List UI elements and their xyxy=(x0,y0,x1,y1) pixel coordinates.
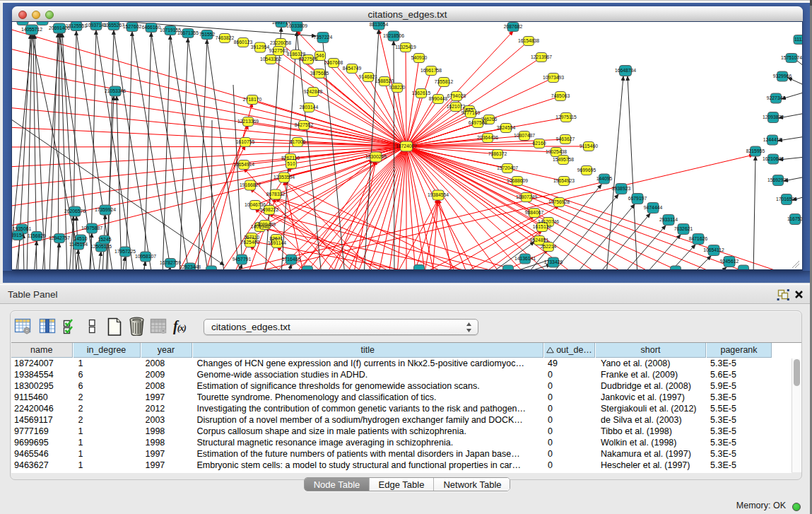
svg-text:1112: 1112 xyxy=(794,37,802,42)
svg-text:14136141: 14136141 xyxy=(514,256,536,261)
svg-text:15692971: 15692971 xyxy=(767,177,789,182)
svg-text:9474444: 9474444 xyxy=(644,205,663,210)
svg-text:16033809: 16033809 xyxy=(286,23,307,28)
svg-text:39154: 39154 xyxy=(12,233,25,238)
svg-text:1691144: 1691144 xyxy=(268,240,286,245)
svg-text:510: 510 xyxy=(287,161,295,166)
svg-text:20364436: 20364436 xyxy=(477,135,498,140)
svg-text:1621072: 1621072 xyxy=(447,104,466,109)
svg-text:8813054: 8813054 xyxy=(370,22,389,27)
svg-text:16648784: 16648784 xyxy=(615,68,636,73)
svg-text:14120746: 14120746 xyxy=(538,219,559,224)
svg-text:11325419: 11325419 xyxy=(395,45,416,49)
svg-text:6679197: 6679197 xyxy=(628,196,647,201)
svg-text:10688609: 10688609 xyxy=(507,178,528,183)
svg-text:9242848: 9242848 xyxy=(304,89,323,94)
svg-text:15495758: 15495758 xyxy=(553,157,574,162)
svg-text:9884067: 9884067 xyxy=(525,210,544,215)
svg-text:8215955: 8215955 xyxy=(746,148,765,153)
svg-text:3875685: 3875685 xyxy=(310,71,329,76)
svg-text:10543362: 10543362 xyxy=(260,57,281,62)
svg-text:12975115: 12975115 xyxy=(555,115,577,119)
svg-text:15720407: 15720407 xyxy=(497,165,518,170)
svg-text:17016504: 17016504 xyxy=(776,197,797,201)
svg-text:10958107: 10958107 xyxy=(135,254,156,259)
svg-text:1615132: 1615132 xyxy=(533,224,552,229)
svg-text:7485063: 7485063 xyxy=(551,93,570,98)
svg-text:17957225: 17957225 xyxy=(114,249,136,254)
svg-text:7357224: 7357224 xyxy=(314,35,333,40)
svg-text:9463627: 9463627 xyxy=(556,136,575,141)
svg-text:540910: 540910 xyxy=(411,55,428,60)
svg-text:9457791: 9457791 xyxy=(233,257,252,262)
svg-text:6466160: 6466160 xyxy=(142,25,161,30)
svg-text:3824554: 3824554 xyxy=(497,125,516,130)
svg-text:9327505: 9327505 xyxy=(299,57,318,62)
svg-text:9777169: 9777169 xyxy=(461,110,481,115)
svg-text:7386372: 7386372 xyxy=(488,151,507,156)
svg-text:12213369: 12213369 xyxy=(237,119,259,124)
svg-text:12505135: 12505135 xyxy=(90,244,112,249)
svg-text:16210643: 16210643 xyxy=(763,156,784,161)
svg-text:8454749: 8454749 xyxy=(343,66,362,71)
svg-text:5716485: 5716485 xyxy=(282,257,301,262)
svg-text:7625402: 7625402 xyxy=(241,240,260,245)
svg-text:12353594: 12353594 xyxy=(273,175,295,180)
svg-text:7632621: 7632621 xyxy=(674,226,693,231)
svg-text:8938923: 8938923 xyxy=(612,186,631,191)
svg-text:12942757: 12942757 xyxy=(49,235,70,240)
svg-text:1733426: 1733426 xyxy=(544,259,563,264)
svg-text:26206576: 26206576 xyxy=(64,209,86,214)
svg-text:6497568: 6497568 xyxy=(469,120,488,125)
svg-text:9245612: 9245612 xyxy=(720,259,739,264)
svg-text:16961758: 16961758 xyxy=(420,68,442,73)
svg-text:9699695: 9699695 xyxy=(577,168,596,173)
svg-text:14099489: 14099489 xyxy=(254,222,276,227)
svg-text:9329966: 9329966 xyxy=(773,74,792,78)
svg-text:2718170: 2718170 xyxy=(243,97,262,102)
svg-text:17359924: 17359924 xyxy=(95,207,116,212)
svg-text:2367608: 2367608 xyxy=(324,60,343,65)
svg-text:9524851: 9524851 xyxy=(530,238,549,243)
svg-text:2933114: 2933114 xyxy=(659,217,678,222)
svg-text:10973493: 10973493 xyxy=(543,75,564,80)
svg-text:1362615: 1362615 xyxy=(412,90,431,95)
svg-text:18807249: 18807249 xyxy=(516,194,537,199)
svg-text:7355812: 7355812 xyxy=(435,79,454,84)
svg-text:9327503: 9327503 xyxy=(269,48,288,53)
svg-text:7463822: 7463822 xyxy=(216,35,235,40)
svg-text:62160: 62160 xyxy=(533,141,546,146)
svg-text:6794028: 6794028 xyxy=(447,93,466,98)
svg-text:12923448: 12923448 xyxy=(180,264,201,269)
svg-text:10025438: 10025438 xyxy=(546,149,567,154)
svg-text:18724007: 18724007 xyxy=(396,144,417,148)
svg-text:19654923: 19654923 xyxy=(553,178,575,183)
svg-text:10975887: 10975887 xyxy=(81,226,102,230)
svg-text:1610755: 1610755 xyxy=(236,139,255,144)
svg-text:8186328: 8186328 xyxy=(287,52,306,57)
svg-text:19384554: 19384554 xyxy=(428,192,449,197)
svg-text:144095: 144095 xyxy=(596,176,613,181)
svg-text:16154838: 16154838 xyxy=(518,38,539,43)
svg-text:10654112: 10654112 xyxy=(703,247,724,252)
svg-text:1156829: 1156829 xyxy=(28,233,46,238)
svg-text:252214: 252214 xyxy=(541,244,557,249)
svg-text:1935061: 1935061 xyxy=(13,226,32,231)
svg-text:23226058: 23226058 xyxy=(270,40,291,45)
svg-text:417006: 417006 xyxy=(290,139,306,144)
svg-text:10655267: 10655267 xyxy=(103,23,124,28)
svg-text:1145194: 1145194 xyxy=(69,242,88,247)
svg-text:116753: 116753 xyxy=(787,216,802,221)
svg-text:8660123: 8660123 xyxy=(234,40,253,45)
svg-text:18125551: 18125551 xyxy=(66,23,87,28)
svg-text:15245: 15245 xyxy=(98,237,112,242)
svg-text:751552: 751552 xyxy=(199,32,216,37)
svg-text:12093872: 12093872 xyxy=(763,115,784,119)
svg-text:12213967: 12213967 xyxy=(531,54,552,59)
svg-text:10046736: 10046736 xyxy=(245,202,266,207)
svg-text:9115460: 9115460 xyxy=(579,144,598,148)
svg-text:18300295: 18300295 xyxy=(365,154,387,159)
svg-text:8267110: 8267110 xyxy=(281,156,300,160)
svg-text:14055712: 14055712 xyxy=(21,27,42,32)
svg-text:167110: 167110 xyxy=(244,235,259,240)
